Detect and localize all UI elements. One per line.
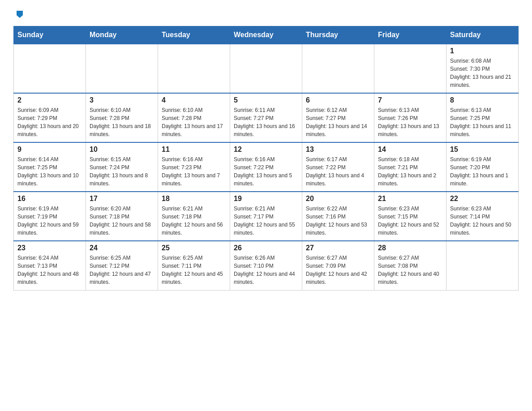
day-info: Sunrise: 6:14 AMSunset: 7:25 PMDaylight:… [17,155,82,188]
day-info: Sunrise: 6:25 AMSunset: 7:11 PMDaylight:… [162,254,226,286]
day-info: Sunrise: 6:12 AMSunset: 7:27 PMDaylight:… [306,106,370,138]
calendar-week-row: 2Sunrise: 6:09 AMSunset: 7:29 PMDaylight… [14,93,519,142]
day-number: 27 [306,244,370,252]
day-number: 20 [306,195,370,203]
calendar-week-row: 9Sunrise: 6:14 AMSunset: 7:25 PMDaylight… [14,142,519,192]
calendar-cell [302,44,374,93]
day-info: Sunrise: 6:22 AMSunset: 7:16 PMDaylight:… [306,205,370,237]
calendar-cell: 2Sunrise: 6:09 AMSunset: 7:29 PMDaylight… [14,93,86,142]
weekday-header-saturday: Saturday [446,26,519,44]
calendar-cell [86,44,158,93]
calendar-cell: 6Sunrise: 6:12 AMSunset: 7:27 PMDaylight… [302,93,374,142]
calendar-cell: 4Sunrise: 6:10 AMSunset: 7:28 PMDaylight… [158,93,230,142]
day-number: 25 [162,244,226,252]
day-number: 19 [234,195,298,203]
calendar-week-row: 16Sunrise: 6:19 AMSunset: 7:19 PMDayligh… [14,192,519,241]
day-info: Sunrise: 6:13 AMSunset: 7:25 PMDaylight:… [450,106,515,138]
calendar-cell: 10Sunrise: 6:15 AMSunset: 7:24 PMDayligh… [86,142,158,192]
calendar-cell: 16Sunrise: 6:19 AMSunset: 7:19 PMDayligh… [14,192,86,241]
calendar-cell: 18Sunrise: 6:21 AMSunset: 7:18 PMDayligh… [158,192,230,241]
day-info: Sunrise: 6:13 AMSunset: 7:26 PMDaylight:… [378,106,442,138]
day-info: Sunrise: 6:27 AMSunset: 7:08 PMDaylight:… [378,254,442,286]
day-number: 13 [306,146,370,154]
weekday-header-monday: Monday [86,26,158,44]
calendar-cell: 23Sunrise: 6:24 AMSunset: 7:13 PMDayligh… [14,241,86,290]
day-info: Sunrise: 6:25 AMSunset: 7:12 PMDaylight:… [90,254,154,286]
calendar-cell: 24Sunrise: 6:25 AMSunset: 7:12 PMDayligh… [86,241,158,290]
calendar-cell: 13Sunrise: 6:17 AMSunset: 7:22 PMDayligh… [302,142,374,192]
weekday-header-friday: Friday [374,26,446,44]
calendar-week-row: 1Sunrise: 6:08 AMSunset: 7:30 PMDaylight… [14,44,519,93]
calendar-cell [14,44,86,93]
logo [13,9,25,21]
calendar-cell: 22Sunrise: 6:23 AMSunset: 7:14 PMDayligh… [446,192,519,241]
logo-arrow-icon [15,9,25,21]
day-info: Sunrise: 6:19 AMSunset: 7:20 PMDaylight:… [450,155,515,188]
calendar-cell: 8Sunrise: 6:13 AMSunset: 7:25 PMDaylight… [446,93,519,142]
day-info: Sunrise: 6:21 AMSunset: 7:18 PMDaylight:… [162,205,226,237]
day-number: 5 [234,96,298,104]
day-number: 17 [90,195,154,203]
day-number: 6 [306,96,370,104]
calendar-cell: 11Sunrise: 6:16 AMSunset: 7:23 PMDayligh… [158,142,230,192]
page-header [13,9,519,21]
calendar-cell: 7Sunrise: 6:13 AMSunset: 7:26 PMDaylight… [374,93,446,142]
calendar-cell: 12Sunrise: 6:16 AMSunset: 7:22 PMDayligh… [230,142,302,192]
day-info: Sunrise: 6:23 AMSunset: 7:15 PMDaylight:… [378,205,442,237]
weekday-header-tuesday: Tuesday [158,26,230,44]
calendar-cell: 5Sunrise: 6:11 AMSunset: 7:27 PMDaylight… [230,93,302,142]
day-number: 26 [234,244,298,252]
calendar-cell: 21Sunrise: 6:23 AMSunset: 7:15 PMDayligh… [374,192,446,241]
day-info: Sunrise: 6:18 AMSunset: 7:21 PMDaylight:… [378,155,442,188]
day-info: Sunrise: 6:21 AMSunset: 7:17 PMDaylight:… [234,205,298,237]
day-info: Sunrise: 6:20 AMSunset: 7:18 PMDaylight:… [90,205,154,237]
day-number: 3 [90,96,154,104]
day-number: 28 [378,244,442,252]
day-info: Sunrise: 6:16 AMSunset: 7:22 PMDaylight:… [234,155,298,188]
calendar-cell: 27Sunrise: 6:27 AMSunset: 7:09 PMDayligh… [302,241,374,290]
day-info: Sunrise: 6:24 AMSunset: 7:13 PMDaylight:… [17,254,82,286]
calendar-header-row: SundayMondayTuesdayWednesdayThursdayFrid… [14,26,519,44]
calendar-cell: 25Sunrise: 6:25 AMSunset: 7:11 PMDayligh… [158,241,230,290]
day-number: 24 [90,244,154,252]
day-info: Sunrise: 6:11 AMSunset: 7:27 PMDaylight:… [234,106,298,138]
calendar-cell: 20Sunrise: 6:22 AMSunset: 7:16 PMDayligh… [302,192,374,241]
day-number: 15 [450,146,515,154]
day-number: 11 [162,146,226,154]
calendar-cell [374,44,446,93]
day-number: 16 [17,195,82,203]
day-number: 8 [450,96,515,104]
calendar-cell: 1Sunrise: 6:08 AMSunset: 7:30 PMDaylight… [446,44,519,93]
calendar-cell: 17Sunrise: 6:20 AMSunset: 7:18 PMDayligh… [86,192,158,241]
day-number: 23 [17,244,82,252]
day-number: 4 [162,96,226,104]
calendar-cell: 3Sunrise: 6:10 AMSunset: 7:28 PMDaylight… [86,93,158,142]
calendar-cell: 15Sunrise: 6:19 AMSunset: 7:20 PMDayligh… [446,142,519,192]
calendar-cell [158,44,230,93]
day-info: Sunrise: 6:27 AMSunset: 7:09 PMDaylight:… [306,254,370,286]
day-info: Sunrise: 6:10 AMSunset: 7:28 PMDaylight:… [162,106,226,138]
day-number: 14 [378,146,442,154]
day-number: 1 [450,47,515,55]
day-number: 10 [90,146,154,154]
calendar-cell [230,44,302,93]
day-number: 22 [450,195,515,203]
calendar-cell [446,241,519,290]
day-number: 12 [234,146,298,154]
calendar-cell: 19Sunrise: 6:21 AMSunset: 7:17 PMDayligh… [230,192,302,241]
day-info: Sunrise: 6:23 AMSunset: 7:14 PMDaylight:… [450,205,515,237]
day-info: Sunrise: 6:26 AMSunset: 7:10 PMDaylight:… [234,254,298,286]
calendar-cell: 26Sunrise: 6:26 AMSunset: 7:10 PMDayligh… [230,241,302,290]
day-number: 21 [378,195,442,203]
day-number: 7 [378,96,442,104]
weekday-header-wednesday: Wednesday [230,26,302,44]
day-info: Sunrise: 6:19 AMSunset: 7:19 PMDaylight:… [17,205,82,237]
day-info: Sunrise: 6:15 AMSunset: 7:24 PMDaylight:… [90,155,154,188]
weekday-header-thursday: Thursday [302,26,374,44]
day-info: Sunrise: 6:16 AMSunset: 7:23 PMDaylight:… [162,155,226,188]
calendar-table: SundayMondayTuesdayWednesdayThursdayFrid… [13,26,519,291]
calendar-cell: 9Sunrise: 6:14 AMSunset: 7:25 PMDaylight… [14,142,86,192]
day-number: 9 [17,146,82,154]
day-info: Sunrise: 6:09 AMSunset: 7:29 PMDaylight:… [17,106,82,138]
day-info: Sunrise: 6:17 AMSunset: 7:22 PMDaylight:… [306,155,370,188]
